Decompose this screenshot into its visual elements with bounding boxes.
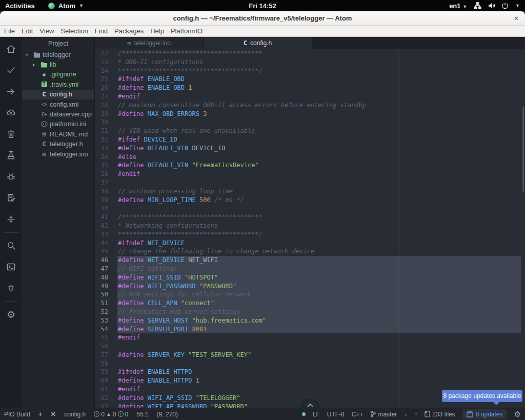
serial-monitor-plug-icon[interactable] [6, 283, 16, 293]
code-line-56[interactable]: 56 [95, 342, 525, 351]
code-line-34[interactable]: 34#else [95, 153, 525, 162]
code-line-53[interactable]: 53#define SERVER_HOST "hub.freematics.co… [95, 316, 525, 325]
code-line-55[interactable]: 55#endif [95, 333, 525, 342]
tree-chevron-icon[interactable]: ▸ [33, 62, 39, 67]
code-line-31[interactable]: 31// VIN used when real one unavailable [95, 127, 525, 135]
package-updates-button[interactable]: 8 updates [462, 409, 507, 419]
code-line-32[interactable]: 32#ifdef DEVICE_ID [95, 135, 525, 144]
code-line-60[interactable]: 60#define ENABLE_HTTPD 1 [95, 376, 525, 385]
code-area[interactable]: 22/*************************************… [95, 49, 525, 408]
git-push-indicator[interactable]: ↑ [414, 411, 417, 418]
file-count-indicator[interactable]: 233 files [425, 411, 455, 418]
code-line-47[interactable]: 47// WIFI settings [95, 265, 525, 273]
code-line-25[interactable]: 25#ifndef ENABLE_OBD [95, 75, 525, 84]
test-flask-icon[interactable] [6, 150, 16, 161]
cursor-position[interactable]: 55:1 [136, 411, 148, 418]
code-line-51[interactable]: 51#define CELL_APN "connect" [95, 299, 525, 308]
check-project-icon[interactable] [6, 193, 16, 203]
package-updates-tooltip[interactable]: 8 package updates available [442, 390, 522, 402]
add-panel-button[interactable]: + [38, 410, 43, 418]
menu-packages[interactable]: Packages [114, 27, 148, 35]
code-line-45[interactable]: 45// change the following line to change… [95, 247, 525, 256]
code-line-57[interactable]: 57#define SERVER_KEY "TEST_SERVER_KEY" [95, 351, 525, 359]
code-line-37[interactable]: 37 [95, 178, 525, 187]
system-tray[interactable] [474, 2, 509, 9]
code-line-54[interactable]: 54#define SERVER_PORT 8081 [95, 325, 525, 334]
text-editor[interactable]: 22/*************************************… [95, 49, 525, 408]
tree-item-gitignore[interactable]: ◆.gitignore [22, 70, 94, 79]
search-icon[interactable] [6, 241, 16, 251]
app-menu-button[interactable]: Atom ▼ [48, 2, 84, 10]
clean-trash-icon[interactable] [6, 129, 16, 139]
git-branch-indicator[interactable]: master [370, 411, 397, 418]
pio-build-button[interactable]: PIO Build [4, 411, 30, 418]
code-line-29[interactable]: 29#define MAX_OBD_ERRORS 3 [95, 110, 525, 118]
code-line-59[interactable]: 59#ifndef ENABLE_HTTPD [95, 368, 525, 376]
encoding-indicator[interactable]: UTF-8 [327, 411, 345, 418]
debug-bug-icon[interactable] [6, 171, 16, 182]
code-line-30[interactable]: 30 [95, 118, 525, 127]
code-line-26[interactable]: 26#define ENABLE_OBD 1 [95, 84, 525, 92]
line-ending-indicator[interactable]: LF [313, 411, 320, 418]
tab-telelogger-ino[interactable]: ∞telelogger.ino [95, 37, 204, 49]
update-converge-icon[interactable] [6, 214, 16, 224]
code-line-40[interactable]: 40 [95, 204, 525, 213]
code-line-42[interactable]: 42* Networking configurations [95, 222, 525, 230]
code-line-39[interactable]: 39#define MIN_LOOP_TIME 500 /* ms */ [95, 196, 525, 205]
tree-item-lib[interactable]: ▸lib [22, 59, 94, 69]
code-line-24[interactable]: 24**************************************… [95, 67, 525, 75]
tree-item-platformio-ini[interactable]: platformio.ini [22, 119, 94, 129]
menu-edit[interactable]: Edit [22, 27, 37, 35]
selection-count[interactable]: (9, 270) [157, 411, 178, 418]
tree-item-dataserver-cpp[interactable]: C+dataserver.cpp [22, 109, 94, 119]
project-panel-header[interactable]: Project [22, 37, 94, 50]
code-line-44[interactable]: 44#ifndef NET_DEVICE [95, 239, 525, 248]
grammar-indicator[interactable]: C++ [352, 411, 364, 418]
menu-selection[interactable]: Selection [60, 27, 92, 35]
tab-config-h[interactable]: Cconfig.h [204, 37, 312, 49]
tree-item-telelogger-h[interactable]: Ctelelogger.h [22, 139, 94, 149]
diagnostics-summary[interactable]: ! 0 ▲ 0 i 0 [94, 411, 128, 418]
remote-upload-cloud-icon[interactable] [6, 108, 16, 118]
activities-button[interactable]: Activities [5, 2, 35, 10]
menu-platformio[interactable]: PlatformIO [171, 27, 207, 35]
tree-item-telelogger-ino[interactable]: ∞telelogger.ino [22, 149, 94, 159]
code-line-52[interactable]: 52// Freematics Hub server settings [95, 308, 525, 316]
code-line-23[interactable]: 23* OBD-II configurations [95, 58, 525, 67]
tree-item-config-xml[interactable]: <>config.xml [22, 99, 94, 109]
menu-file[interactable]: File [4, 27, 19, 35]
menu-help[interactable]: Help [150, 27, 169, 35]
tree-item-config-h[interactable]: Cconfig.h [22, 90, 94, 99]
settings-gear-icon[interactable]: ⚙ [6, 309, 16, 319]
code-line-35[interactable]: 35#define DEFAULT_VIN "FreematicsDevice" [95, 161, 525, 170]
git-pull-indicator[interactable]: ↓ [404, 411, 407, 418]
upload-arrow-icon[interactable] [6, 86, 16, 96]
tree-chevron-icon[interactable]: ▾ [26, 52, 32, 57]
tree-item-telelogger[interactable]: ▾telelogger [22, 50, 94, 59]
code-line-38[interactable]: 38// minimum processing loop time [95, 187, 525, 196]
menu-find[interactable]: Find [95, 27, 112, 35]
menu-view[interactable]: View [39, 27, 58, 35]
code-line-46[interactable]: 46#define NET_DEVICE NET_WIFI [95, 256, 525, 265]
terminal-icon[interactable] [6, 262, 16, 272]
settings-gear-icon[interactable]: ⚙ [514, 410, 521, 419]
close-window-button[interactable]: ✕ [512, 14, 521, 23]
tree-item-travis-yml[interactable]: T.travis.yml [22, 79, 94, 89]
build-check-icon[interactable] [6, 65, 16, 75]
code-line-43[interactable]: 43**************************************… [95, 230, 525, 239]
code-line-49[interactable]: 49#define WIFI_PASSWORD "PASSWORD" [95, 282, 525, 291]
code-line-41[interactable]: 41/*************************************… [95, 213, 525, 222]
tree-item-README-md[interactable]: ▤README.md [22, 129, 94, 139]
code-line-58[interactable]: 58 [95, 359, 525, 368]
keyboard-layout-indicator[interactable]: en1 ▼ [449, 2, 467, 10]
close-panel-button[interactable]: ✕ [50, 410, 56, 418]
code-line-50[interactable]: 50// APN settings for cellular network [95, 290, 525, 299]
window-title-bar[interactable]: config.h — ~/Freematics/firmware_v5/tele… [0, 11, 525, 26]
code-line-48[interactable]: 48#define WIFI_SSID "HOTSPOT" [95, 273, 525, 282]
code-line-28[interactable]: 28// maximum consecutive OBD-II access e… [95, 101, 525, 110]
code-line-33[interactable]: 33#define DEFAULT_VIN DEVICE_ID [95, 144, 525, 153]
home-icon[interactable] [6, 44, 16, 54]
code-line-36[interactable]: 36#endif [95, 170, 525, 178]
code-line-27[interactable]: 27#endif [95, 92, 525, 101]
active-file-name[interactable]: config.h [64, 411, 86, 418]
